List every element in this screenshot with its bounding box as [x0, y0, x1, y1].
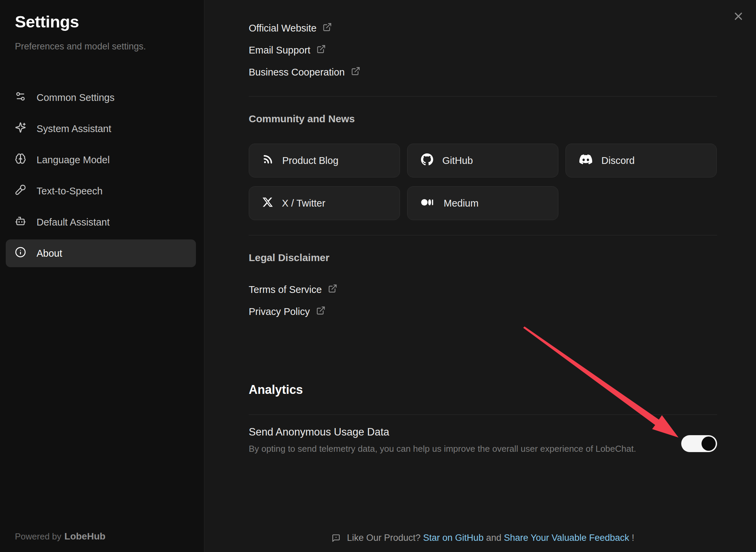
official-website-link[interactable]: Official Website — [249, 21, 332, 36]
sidebar-item-common-settings[interactable]: Common Settings — [6, 84, 196, 111]
sidebar-item-about[interactable]: About — [6, 239, 196, 267]
about-panel: Contact Us Official Website Email Suppor… — [249, 0, 717, 552]
mic-icon — [15, 184, 26, 198]
sidebar-item-label: Text-to-Speech — [37, 186, 103, 197]
privacy-policy-link[interactable]: Privacy Policy — [249, 304, 326, 319]
sidebar-item-label: About — [37, 248, 62, 259]
terms-of-service-link[interactable]: Terms of Service — [249, 282, 337, 297]
business-cooperation-link[interactable]: Business Cooperation — [249, 65, 360, 80]
medium-icon — [421, 198, 435, 209]
settings-modal: Settings Preferences and model settings.… — [0, 0, 756, 552]
message-bubble-icon — [332, 533, 344, 543]
community-buttons: Product Blog GitHub Discord X / Twitter … — [249, 144, 717, 220]
external-link-icon — [316, 306, 326, 318]
sparkles-icon — [15, 122, 26, 135]
sidebar-item-system-assistant[interactable]: System Assistant — [6, 115, 196, 143]
settings-sidebar: Settings Preferences and model settings.… — [0, 0, 204, 552]
sliders-icon — [15, 91, 26, 104]
sidebar-item-label: Common Settings — [37, 92, 115, 103]
external-link-icon — [351, 66, 360, 78]
contact-us-heading: Contact Us — [250, 0, 303, 2]
page-title: Settings — [15, 12, 79, 31]
sidebar-item-label: Language Model — [37, 154, 110, 166]
sidebar-item-default-assistant[interactable]: Default Assistant — [6, 208, 196, 236]
usage-data-description: By opting to send telemetry data, you ca… — [249, 444, 636, 454]
sidebar-item-text-to-speech[interactable]: Text-to-Speech — [6, 177, 196, 205]
medium-button[interactable]: Medium — [407, 186, 558, 220]
discord-icon — [579, 154, 592, 167]
divider — [249, 235, 717, 235]
x-twitter-button[interactable]: X / Twitter — [249, 186, 400, 220]
community-heading: Community and News — [249, 113, 355, 125]
analytics-heading: Analytics — [249, 383, 303, 397]
discord-button[interactable]: Discord — [565, 144, 717, 177]
email-support-link[interactable]: Email Support — [249, 43, 326, 58]
product-blog-button[interactable]: Product Blog — [249, 144, 400, 177]
star-on-github-link[interactable]: Star on GitHub — [423, 533, 484, 543]
github-icon — [421, 153, 433, 168]
sidebar-menu: Common Settings System Assistant Languag… — [6, 84, 196, 271]
page-subtitle: Preferences and model settings. — [15, 41, 146, 52]
brain-icon — [15, 153, 26, 167]
toggle-knob — [702, 437, 716, 451]
lobehub-brand: LobeHub — [64, 531, 105, 542]
external-link-icon — [323, 22, 332, 34]
usage-data-label: Send Anonymous Usage Data — [249, 426, 389, 438]
sidebar-item-label: System Assistant — [37, 123, 111, 134]
bot-icon — [15, 215, 26, 229]
divider — [249, 96, 717, 97]
legal-heading: Legal Disclaimer — [249, 252, 329, 263]
sidebar-item-language-model[interactable]: Language Model — [6, 146, 196, 174]
x-icon — [263, 197, 273, 210]
divider — [249, 415, 717, 415]
rss-icon — [263, 154, 273, 167]
github-button[interactable]: GitHub — [407, 144, 558, 177]
send-usage-data-toggle[interactable] — [681, 435, 717, 452]
powered-by: Powered byLobeHub — [15, 531, 106, 542]
sidebar-item-label: Default Assistant — [37, 217, 110, 228]
info-icon — [15, 247, 26, 260]
external-link-icon — [316, 44, 326, 56]
share-feedback-link[interactable]: Share Your Valuable Feedback — [504, 533, 629, 543]
external-link-icon — [328, 284, 337, 296]
close-icon[interactable] — [730, 8, 747, 24]
feedback-footer: Like Our Product? Star on GitHub and Sha… — [249, 533, 717, 543]
